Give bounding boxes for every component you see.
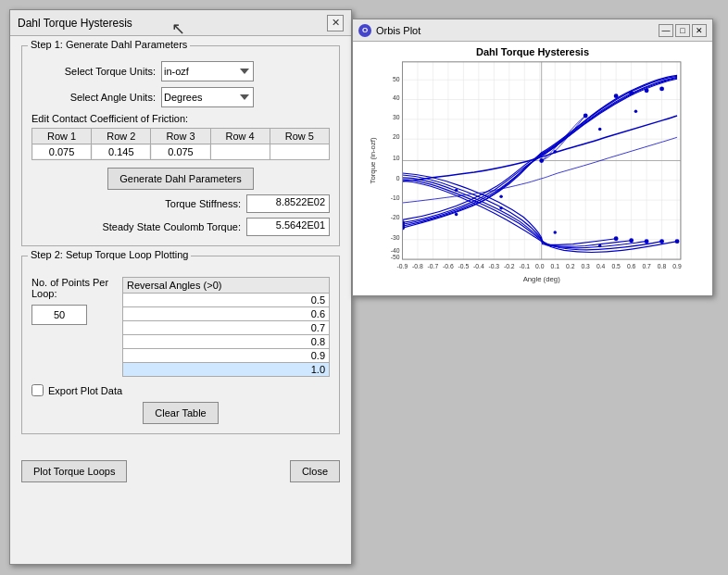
friction-cell-1 xyxy=(32,144,92,160)
svg-point-47 xyxy=(499,194,502,197)
clear-table-button[interactable]: Clear Table xyxy=(143,402,218,424)
angle-units-select[interactable]: Degrees Radians xyxy=(161,87,254,107)
svg-text:40: 40 xyxy=(393,94,400,101)
friction-col-2: Row 2 xyxy=(92,129,151,144)
svg-point-44 xyxy=(614,236,619,241)
torque-units-select[interactable]: in-ozf in-lbf N-m N-mm xyxy=(161,61,254,81)
svg-text:0.5: 0.5 xyxy=(611,263,621,269)
close-button[interactable]: Close xyxy=(290,460,340,482)
plot-loops-button[interactable]: Plot Torque Loops xyxy=(21,460,127,482)
svg-text:0.6: 0.6 xyxy=(627,263,636,269)
step1-label: Step 1: Generate Dahl Parameters xyxy=(28,39,190,50)
svg-point-32 xyxy=(659,87,664,92)
svg-point-48 xyxy=(553,150,556,153)
reversal-row-3: 0.7 xyxy=(123,321,330,335)
svg-point-35 xyxy=(614,94,619,98)
friction-input-5[interactable] xyxy=(271,145,328,158)
svg-point-51 xyxy=(455,189,458,192)
step2-label: Step 2: Setup Torque Loop Plotting xyxy=(28,249,191,260)
reversal-row-5: 0.9 xyxy=(123,349,330,363)
svg-point-34 xyxy=(629,91,634,95)
reversal-cell-6: 1.0 xyxy=(123,363,330,377)
svg-point-49 xyxy=(598,128,601,131)
bottom-row: Plot Torque Loops Close xyxy=(10,453,351,492)
reversal-cell-2: 0.6 xyxy=(123,307,330,321)
reversal-cell-1: 0.5 xyxy=(123,294,330,307)
generate-button[interactable]: Generate Dahl Parameters xyxy=(107,168,253,190)
svg-text:0.2: 0.2 xyxy=(566,263,575,269)
torque-stiffness-value: 8.8522E02 xyxy=(246,194,330,213)
steady-state-label: Steady State Coulomb Torque: xyxy=(102,221,241,232)
y-axis-label: Torque (in-ozf) xyxy=(369,137,377,183)
svg-text:0: 0 xyxy=(396,175,400,181)
friction-cell-5 xyxy=(270,144,329,160)
friction-table: Row 1 Row 2 Row 3 Row 4 Row 5 xyxy=(31,128,330,160)
svg-point-42 xyxy=(645,239,649,244)
step2-inner: No. of Points Per Loop: Reversal Angles … xyxy=(31,277,330,377)
svg-text:0.8: 0.8 xyxy=(658,263,667,269)
svg-text:-0.9: -0.9 xyxy=(397,263,408,269)
svg-point-31 xyxy=(584,114,588,119)
reversal-row-6: 1.0 xyxy=(123,363,330,377)
svg-text:-0.2: -0.2 xyxy=(504,263,515,269)
friction-cell-2 xyxy=(92,144,151,160)
friction-col-3: Row 3 xyxy=(151,129,210,144)
svg-text:0.4: 0.4 xyxy=(596,263,606,269)
svg-text:-10: -10 xyxy=(391,194,400,201)
svg-text:-20: -20 xyxy=(391,214,400,220)
friction-input-4[interactable] xyxy=(212,145,269,158)
plot-minimize-button[interactable]: — xyxy=(659,24,673,37)
plot-svg: -0.9 -0.8 -0.7 -0.6 -0.5 -0.4 -0.3 -0.2 … xyxy=(353,57,712,291)
left-col: No. of Points Per Loop: xyxy=(31,277,115,377)
svg-text:30: 30 xyxy=(393,114,400,120)
svg-point-46 xyxy=(455,213,458,216)
friction-col-4: Row 4 xyxy=(210,129,270,144)
svg-point-40 xyxy=(675,239,680,244)
svg-point-41 xyxy=(659,239,664,244)
svg-text:-50: -50 xyxy=(391,254,400,260)
plot-window: O Orbis Plot — □ ✕ Dahl Torque Hysteresi… xyxy=(352,19,713,296)
friction-input-1[interactable] xyxy=(33,145,90,158)
svg-text:-0.7: -0.7 xyxy=(428,263,439,269)
friction-cell-3 xyxy=(151,144,210,160)
torque-units-label: Select Torque Units: xyxy=(31,66,161,77)
points-input[interactable] xyxy=(31,305,87,325)
svg-text:-0.8: -0.8 xyxy=(412,263,423,269)
right-col: Reversal Angles (>0) 0.50.60.70.80.91.0 xyxy=(122,277,330,377)
plot-title-left: O Orbis Plot xyxy=(358,24,420,37)
reversal-row-2: 0.6 xyxy=(123,307,330,321)
svg-text:0.7: 0.7 xyxy=(642,263,651,269)
svg-point-43 xyxy=(629,238,634,243)
svg-text:0.0: 0.0 xyxy=(535,263,545,269)
plot-maximize-button[interactable]: □ xyxy=(675,24,690,37)
dialog-titlebar: Dahl Torque Hysteresis ✕ xyxy=(10,10,351,36)
svg-text:-0.1: -0.1 xyxy=(519,263,530,269)
plot-close-button[interactable]: ✕ xyxy=(692,24,707,37)
friction-col-5: Row 5 xyxy=(270,129,329,144)
torque-stiffness-row: Torque Stiffness: 8.8522E02 xyxy=(31,194,330,213)
reversal-table: Reversal Angles (>0) 0.50.60.70.80.91.0 xyxy=(122,277,330,377)
friction-input-3[interactable] xyxy=(152,145,208,158)
torque-stiffness-label: Torque Stiffness: xyxy=(165,198,241,209)
svg-point-54 xyxy=(598,244,601,247)
svg-point-52 xyxy=(499,206,502,209)
svg-point-45 xyxy=(539,158,544,163)
dialog-close-button[interactable]: ✕ xyxy=(327,15,344,31)
svg-point-33 xyxy=(645,88,649,93)
x-axis-label: Angle (deg) xyxy=(523,275,560,283)
angle-units-row: Select Angle Units: Degrees Radians xyxy=(31,87,330,107)
dialog-title: Dahl Torque Hysteresis xyxy=(18,17,132,30)
friction-input-2[interactable] xyxy=(93,145,149,158)
step2-section: Step 2: Setup Torque Loop Plotting No. o… xyxy=(21,256,340,434)
steady-state-row: Steady State Coulomb Torque: 5.5642E01 xyxy=(31,218,330,236)
reversal-cell-5: 0.9 xyxy=(123,349,330,363)
svg-text:0.3: 0.3 xyxy=(581,263,590,269)
reversal-header: Reversal Angles (>0) xyxy=(123,278,330,294)
svg-text:-0.4: -0.4 xyxy=(473,263,484,269)
svg-text:-0.5: -0.5 xyxy=(458,263,470,269)
step1-section: Step 1: Generate Dahl Parameters Select … xyxy=(21,45,340,246)
export-checkbox[interactable] xyxy=(31,384,44,396)
svg-point-53 xyxy=(553,231,556,233)
svg-text:-30: -30 xyxy=(391,234,400,241)
plot-svg-container: -0.9 -0.8 -0.7 -0.6 -0.5 -0.4 -0.3 -0.2 … xyxy=(353,57,712,291)
